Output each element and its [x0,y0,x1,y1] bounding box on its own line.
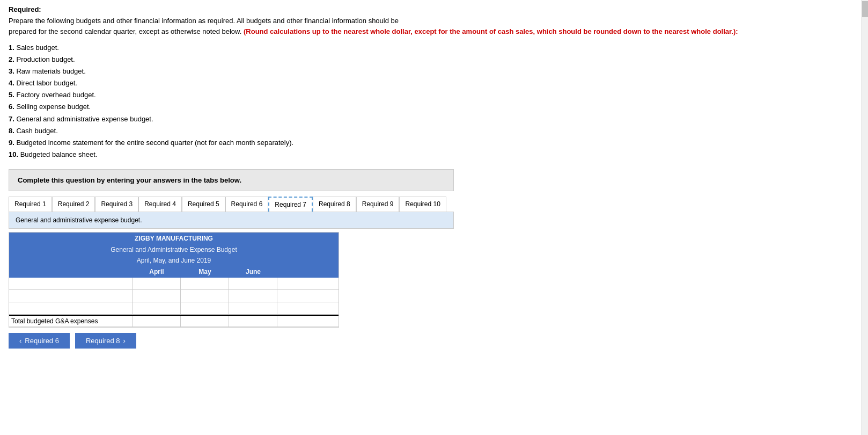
row3-total-input[interactable] [279,304,323,311]
row3-label [9,302,133,314]
row1-label-input[interactable] [11,279,130,287]
list-item-7: 7. General and administrative expense bu… [9,113,859,125]
row1-may [181,278,229,289]
nav-buttons: ‹ Required 6 Required 8 › [9,333,859,349]
tab-required-1[interactable]: Required 1 [9,197,52,212]
tab-required-3[interactable]: Required 3 [95,197,138,212]
prev-button[interactable]: ‹ Required 6 [9,333,70,349]
row2-april [133,290,181,302]
col-header-label [9,266,133,278]
row3-june [229,302,277,314]
budget-title: ZIGBY MANUFACTURING [9,233,339,244]
tab-required-6[interactable]: Required 6 [225,197,269,212]
list-item-2: 2. Production budget. [9,54,859,66]
budget-table-wrapper: ZIGBY MANUFACTURING General and Administ… [9,232,339,328]
row3-may-input[interactable] [183,304,226,311]
total-may [181,316,229,327]
total-april [133,316,181,327]
row1-april [133,278,181,289]
tab-required-4[interactable]: Required 4 [138,197,182,212]
tab-required-7[interactable]: Required 7 [268,197,313,212]
complete-box-text: Complete this question by entering your … [18,176,241,184]
red-text: (Round calculations up to the nearest wh… [244,27,738,35]
list-item-5: 5. Factory overhead budget. [9,89,859,101]
budget-outer: ZIGBY MANUFACTURING General and Administ… [9,232,339,328]
row2-total [277,290,326,302]
intro-line-2: prepared for the second calendar quarter… [9,27,241,35]
budget-data-row-3 [9,302,339,315]
row3-april-input[interactable] [135,304,178,311]
next-button-label: Required 8 [86,337,120,345]
tabs-row: Required 1 Required 2 Required 3 Require… [9,197,454,212]
scrollbar-thumb[interactable] [862,1,868,17]
tab-required-2[interactable]: Required 2 [52,197,95,212]
col-header-june: June [229,266,277,278]
row1-total-input[interactable] [279,279,323,287]
row1-label [9,278,133,289]
row1-total [277,278,326,289]
tab-required-8[interactable]: Required 8 [313,197,356,212]
total-june [229,316,277,327]
intro-text: Prepare the following budgets and other … [9,16,859,37]
col-header-may: May [181,266,229,278]
row3-may [181,302,229,314]
row3-april [133,302,181,314]
intro-line-1: Prepare the following budgets and other … [9,17,399,25]
prev-button-label: Required 6 [25,337,59,345]
total-sum [277,316,326,327]
list-item-1: 1. Sales budget. [9,42,859,54]
next-button[interactable]: Required 8 › [75,333,136,349]
tab-required-10[interactable]: Required 10 [399,197,446,212]
row2-june [229,290,277,302]
row3-label-input[interactable] [11,304,130,311]
row1-june-input[interactable] [231,279,275,287]
numbered-list: 1. Sales budget. 2. Production budget. 3… [9,42,859,161]
tab-required-9[interactable]: Required 9 [356,197,400,212]
list-item-6: 6. Selling expense budget. [9,101,859,113]
col-header-total [277,266,326,278]
list-item-10: 10. Budgeted balance sheet. [9,149,859,161]
budget-data-row-1 [9,278,339,290]
col-header-april: April [133,266,181,278]
tab-required-5[interactable]: Required 5 [182,197,225,212]
row1-april-input[interactable] [135,279,178,287]
tab-content-label: General and administrative expense budge… [9,212,454,229]
row2-label [9,290,133,302]
required-header: Required: [9,5,859,13]
list-item-3: 3. Raw materials budget. [9,66,859,77]
row3-june-input[interactable] [231,304,275,311]
list-item-8: 8. Cash budget. [9,125,859,137]
budget-subtitle: General and Administrative Expense Budge… [9,244,339,255]
budget-data-row-2 [9,290,339,302]
row3-total [277,302,326,314]
chevron-left-icon: ‹ [19,337,21,345]
row2-may [181,290,229,302]
total-label: Total budgeted G&A expenses [9,316,133,327]
chevron-right-icon: › [123,337,126,345]
budget-total-row: Total budgeted G&A expenses [9,315,339,327]
row1-may-input[interactable] [183,279,226,287]
row1-june [229,278,277,289]
list-item-4: 4. Direct labor budget. [9,77,859,89]
budget-col-headers: April May June [9,266,339,278]
budget-period: April, May, and June 2019 [9,255,339,266]
complete-box: Complete this question by entering your … [9,169,454,191]
list-item-9: 9. Budgeted income statement for the ent… [9,137,859,149]
scrollbar-track[interactable] [862,0,868,354]
